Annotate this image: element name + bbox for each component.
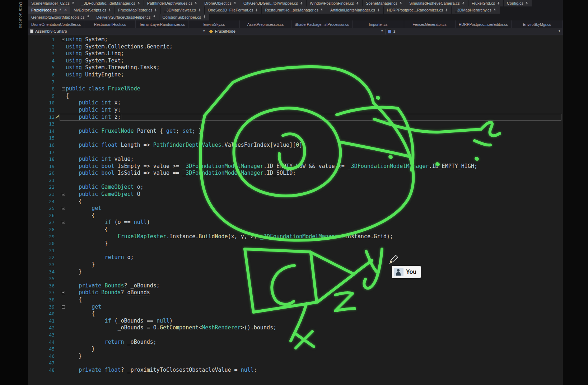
tab-fruxelgrid-cs[interactable]: FruxelGrid.cs bbox=[468, 0, 503, 6]
fold-margin bbox=[55, 198, 66, 205]
tab-label: PathfinderDepthValues.cs bbox=[147, 1, 192, 5]
right-black-edge bbox=[563, 0, 588, 385]
chevron-down-icon[interactable]: ▾ bbox=[381, 29, 383, 33]
pin-icon[interactable] bbox=[300, 1, 303, 5]
line-number: 38 bbox=[28, 296, 55, 304]
member-dropdown[interactable]: z bbox=[393, 29, 396, 33]
code-text: } bbox=[66, 240, 108, 247]
pin-icon[interactable] bbox=[356, 1, 359, 5]
code-line-45: 45 } bbox=[28, 346, 563, 353]
line-number: 13 bbox=[28, 121, 55, 128]
code-line-8: 8public class FruxelNode bbox=[28, 85, 563, 93]
pin-icon[interactable] bbox=[462, 1, 465, 5]
pin-icon[interactable] bbox=[255, 8, 258, 12]
tab-assetpreprocessor-cs[interactable]: AssetPreprocessor.cs bbox=[240, 20, 291, 28]
pin-icon[interactable] bbox=[59, 8, 62, 12]
line-number: 46 bbox=[28, 353, 55, 360]
tab-label: _3DMapViewer.cs bbox=[164, 8, 196, 12]
code-line-6: 6using UnityEngine; bbox=[28, 71, 563, 79]
fold-margin bbox=[55, 149, 66, 156]
line-number: 32 bbox=[28, 254, 55, 261]
tab-hdrppostproc-izereditor-cs[interactable]: HDRPPostproc...izerEditor.cs bbox=[456, 20, 512, 28]
fold-margin bbox=[55, 304, 66, 311]
fold-margin bbox=[55, 346, 66, 353]
pin-icon[interactable] bbox=[108, 8, 111, 12]
fold-icon[interactable] bbox=[62, 87, 65, 90]
tab-terrainlayerrandomizer-cs[interactable]: TerrainLayerRandomizer.cs bbox=[136, 20, 188, 28]
pin-icon[interactable] bbox=[87, 15, 90, 19]
fold-margin bbox=[55, 275, 66, 282]
type-dropdown[interactable]: FruxelNode bbox=[215, 29, 235, 33]
tab-3dmaphierarchy-cs[interactable]: _3DMapHierarchy.cs bbox=[452, 6, 500, 14]
tab-hdrppostproc-randomizer-cs[interactable]: HDRPPostproc...Randomizer.cs bbox=[384, 6, 452, 14]
chevron-down-icon[interactable]: ▾ bbox=[559, 29, 560, 33]
code-text: FruxelMapTester.Instance.BuildNode(x, y,… bbox=[66, 233, 393, 240]
tab-simulatedfisheyecamera-cs[interactable]: SimulatedFisheyeCamera.cs bbox=[406, 0, 468, 6]
tab-droneorientationcontroller-cs[interactable]: DroneOrientationController.cs bbox=[28, 20, 84, 28]
pin-icon[interactable] bbox=[445, 8, 448, 12]
fold-margin bbox=[55, 177, 66, 184]
tab-shaderpackage-stprocessor-cs[interactable]: ShaderPackage...stProcessor.cs bbox=[291, 20, 353, 28]
code-editor[interactable]: 1using System;2using System.Collections.… bbox=[28, 35, 563, 385]
tab-restauranthook-cs[interactable]: RestaurantHook.cs bbox=[84, 20, 136, 28]
line-number: 20 bbox=[28, 170, 55, 177]
fold-icon[interactable] bbox=[62, 193, 65, 196]
tab-scenemanager-cs[interactable]: SceneManager.cs bbox=[363, 0, 406, 6]
pin-icon[interactable] bbox=[399, 1, 402, 5]
chevron-down-icon[interactable]: ▾ bbox=[203, 29, 205, 33]
tab-fencesgenerator-cs[interactable]: FencesGenerator.cs bbox=[404, 20, 456, 28]
edited-marker-icon bbox=[55, 115, 59, 118]
pin-icon[interactable] bbox=[71, 1, 75, 5]
tab-config-cs[interactable]: Config.cs bbox=[504, 0, 532, 6]
tab-artificiallightsmanager-cs[interactable]: ArtificialLightsManager.cs bbox=[327, 6, 383, 14]
pin-icon[interactable] bbox=[194, 1, 197, 5]
pin-icon[interactable] bbox=[154, 8, 157, 12]
pin-icon[interactable] bbox=[320, 8, 323, 12]
pin-icon[interactable] bbox=[493, 8, 496, 12]
pin-icon[interactable] bbox=[233, 1, 237, 5]
tab-fruxelmaptester-cs[interactable]: FruxelMapTester.cs bbox=[115, 6, 160, 14]
fold-icon[interactable] bbox=[62, 207, 65, 210]
pin-icon[interactable] bbox=[203, 15, 206, 19]
data-sources-panel-tab[interactable]: Data Sources bbox=[19, 2, 23, 28]
tab-deliverysurfaceclasshelper-cs[interactable]: DeliverySurfaceClassHelper.cs bbox=[93, 14, 159, 20]
tab-myeditorscripts-cs[interactable]: MyEditorScripts.cs bbox=[70, 6, 115, 14]
pin-icon[interactable] bbox=[525, 1, 528, 5]
fold-icon[interactable] bbox=[62, 38, 65, 41]
tab-generator2exportmaptools-cs[interactable]: Generator2ExportMapTools.cs bbox=[28, 14, 93, 20]
code-line-46: 46 } bbox=[28, 353, 563, 360]
pin-icon[interactable] bbox=[137, 1, 140, 5]
line-number: 19 bbox=[28, 163, 55, 170]
pin-icon[interactable] bbox=[377, 8, 380, 12]
code-text: public bool IsEmpty => value >= _3DFound… bbox=[66, 163, 477, 170]
tab-restaurantho-plemanager-cs[interactable]: RestaurantHo...pleManager.cs bbox=[262, 6, 327, 14]
code-line-22: 22 public GameObject o; bbox=[28, 184, 563, 191]
tab-3dfoundatio-delmanager-cs[interactable]: _3DFoundatio...delManager.cs bbox=[78, 0, 144, 6]
fold-icon[interactable] bbox=[62, 291, 65, 294]
line-number: 18 bbox=[28, 156, 55, 163]
close-icon[interactable]: × bbox=[64, 8, 67, 13]
tab-enviroskymgr-cs[interactable]: EnviroSkyMgr.cs bbox=[512, 20, 563, 28]
pin-icon[interactable] bbox=[497, 1, 500, 5]
tab-windowpositionfinder-cs[interactable]: WindowPositionFinder.cs bbox=[307, 0, 362, 6]
tab-fruxelnode-cs[interactable]: FruxelNode.cs× bbox=[28, 6, 70, 14]
code-line-15: 15 bbox=[28, 135, 563, 142]
tab-droneobject-cs[interactable]: DroneObject.cs bbox=[201, 0, 240, 6]
code-text: return _oBounds; bbox=[66, 339, 157, 346]
tab-collisionsubscriber-cs[interactable]: CollisionSubscriber.cs bbox=[159, 14, 210, 20]
tab-onesec3d-fileformat-cs[interactable]: OneSec3D_FileFormat.cs bbox=[205, 6, 262, 14]
project-dropdown[interactable]: Assembly-CSharp bbox=[35, 29, 67, 33]
tab-scenemanager-02-cs[interactable]: SceneManager_02.cs bbox=[28, 0, 78, 6]
code-line-13: 13 bbox=[28, 121, 563, 128]
fold-icon[interactable] bbox=[62, 221, 65, 224]
fold-icon[interactable] bbox=[62, 305, 65, 309]
tab-3dmapviewer-cs[interactable]: _3DMapViewer.cs bbox=[161, 6, 204, 14]
tab-citygen3dgen-torwrapper-cs[interactable]: CityGen3DGen...torWrapper.cs bbox=[240, 0, 306, 6]
tab-importer-cs[interactable]: Importer.cs bbox=[353, 20, 404, 28]
pin-icon[interactable] bbox=[198, 8, 201, 12]
code-line-33: 33 } bbox=[28, 261, 563, 268]
tab-pathfinderdepthvalues-cs[interactable]: PathfinderDepthValues.cs bbox=[144, 0, 201, 6]
line-number: 28 bbox=[28, 226, 55, 233]
tab-envirosky-cs[interactable]: EnviroSky.cs bbox=[188, 20, 240, 28]
pin-icon[interactable] bbox=[153, 15, 156, 19]
